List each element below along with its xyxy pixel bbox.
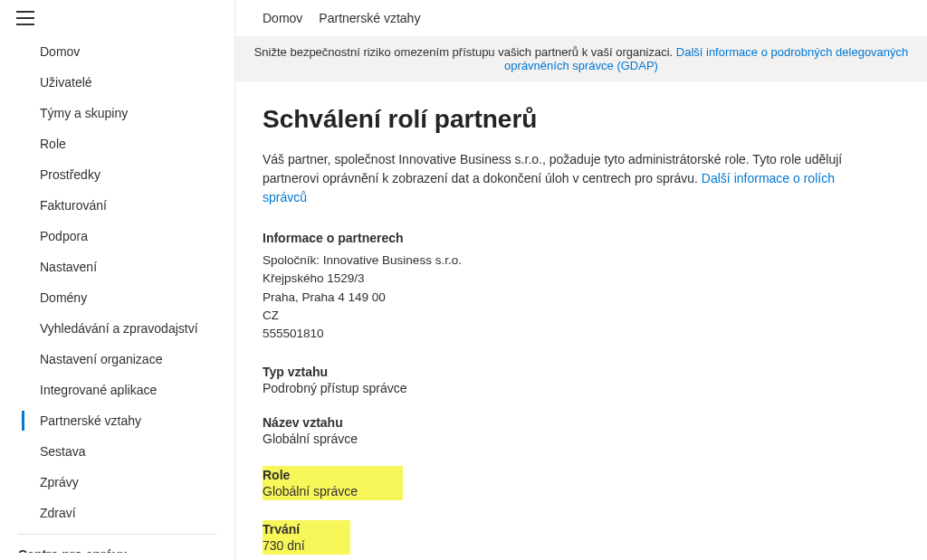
intro-paragraph: Váš partner, společnost Innovative Busin…	[263, 150, 878, 207]
breadcrumb-current[interactable]: Partnerské vztahy	[319, 11, 420, 25]
sidebar-item-podpora[interactable]: Podpora	[0, 221, 234, 252]
svg-rect-2	[16, 24, 34, 25]
relationship-name-block: Název vztahu Globální správce	[263, 415, 878, 446]
sidebar-item-domov[interactable]: Domov	[0, 36, 234, 67]
sidebar-item-label: Fakturování	[40, 198, 107, 213]
sidebar-item-prostredky[interactable]: Prostředky	[0, 159, 234, 190]
sidebar-item-label: Domény	[40, 290, 87, 305]
sidebar-item-label: Nastavení	[40, 260, 97, 274]
partner-street: Křejpského 1529/3	[263, 270, 878, 288]
sidebar-item-label: Podpora	[40, 229, 88, 243]
roles-value: Globální správce	[263, 484, 358, 498]
info-banner-text: Snižte bezpečnostní riziko omezením přís…	[254, 45, 673, 59]
partner-company-label: Spoločník:	[263, 253, 320, 267]
sidebar-item-zpravy[interactable]: Zprávy	[0, 467, 234, 498]
breadcrumb-home[interactable]: Domov	[263, 11, 302, 25]
sidebar-item-label: Role	[40, 137, 66, 151]
sidebar-item-role[interactable]: Role	[0, 128, 234, 159]
sidebar-item-nastaveni[interactable]: Nastavení	[0, 252, 234, 282]
svg-rect-1	[16, 17, 34, 19]
sidebar-item-partnerske-vztahy[interactable]: Partnerské vztahy	[0, 405, 234, 436]
sidebar-item-fakturovani[interactable]: Fakturování	[0, 190, 234, 221]
relationship-type-block: Typ vztahu Podrobný přístup správce	[263, 365, 878, 395]
svg-rect-0	[16, 11, 34, 13]
sidebar-item-zdravi[interactable]: Zdraví	[0, 498, 234, 528]
relationship-type-value: Podrobný přístup správce	[263, 381, 878, 395]
sidebar-item-tymy-a-skupiny[interactable]: Týmy a skupiny	[0, 98, 234, 128]
relationship-type-label: Typ vztahu	[263, 365, 878, 379]
partner-id: 555501810	[263, 325, 878, 343]
partner-city: Praha, Praha 4 149 00	[263, 289, 878, 307]
duration-block-highlight: Trvání 730 dní	[263, 520, 350, 555]
sidebar-item-label: Vyhledávání a zpravodajství	[40, 321, 198, 336]
info-banner: Snižte bezpečnostní riziko omezením přís…	[235, 36, 927, 81]
nav-section-header: Centra pro správu	[0, 538, 234, 553]
duration-value: 730 dní	[263, 538, 305, 553]
sidebar-item-label: Prostředky	[40, 167, 100, 182]
nav-toggle-button[interactable]	[11, 5, 40, 31]
main-content: Domov Partnerské vztahy Snižte bezpečnos…	[235, 0, 927, 560]
partner-info-block: Informace o partnerech Spoločník: Innova…	[263, 229, 878, 343]
nav-main: Domov Uživatelé Týmy a skupiny Role Pros…	[0, 36, 234, 553]
sidebar-item-label: Sestava	[40, 444, 86, 459]
partner-company-line: Spoločník: Innovative Business s.r.o.	[263, 252, 878, 270]
partner-info-heading: Informace o partnerech	[263, 229, 878, 248]
partner-country: CZ	[263, 307, 878, 325]
sidebar-item-integrovane-aplikace[interactable]: Integrované aplikace	[0, 375, 234, 405]
sidebar-item-label: Týmy a skupiny	[40, 106, 128, 120]
duration-label: Trvání	[263, 522, 305, 536]
sidebar-item-uzivatele[interactable]: Uživatelé	[0, 67, 234, 98]
relationship-name-label: Název vztahu	[263, 415, 878, 430]
nav-divider	[18, 534, 216, 535]
hamburger-icon	[16, 11, 34, 25]
sidebar-item-label: Zprávy	[40, 475, 79, 489]
roles-block-highlight: Role Globální správce	[263, 466, 403, 500]
partner-company-name: Innovative Business s.r.o.	[323, 253, 462, 267]
sidebar: Domov Uživatelé Týmy a skupiny Role Pros…	[0, 0, 235, 560]
page-title: Schválení rolí partnerů	[263, 105, 878, 134]
sidebar-item-label: Partnerské vztahy	[40, 413, 141, 428]
sidebar-item-nastaveni-organizace[interactable]: Nastavení organizace	[0, 344, 234, 375]
relationship-name-value: Globální správce	[263, 432, 878, 446]
sidebar-item-label: Uživatelé	[40, 75, 92, 90]
sidebar-item-label: Nastavení organizace	[40, 352, 162, 366]
sidebar-item-label: Zdraví	[40, 506, 76, 520]
sidebar-item-domeny[interactable]: Domény	[0, 282, 234, 313]
sidebar-item-label: Domov	[40, 44, 80, 59]
sidebar-item-vyhledavani[interactable]: Vyhledávání a zpravodajství	[0, 313, 234, 344]
roles-label: Role	[263, 468, 358, 482]
sidebar-item-sestava[interactable]: Sestava	[0, 436, 234, 467]
breadcrumb: Domov Partnerské vztahy	[235, 0, 927, 36]
sidebar-item-label: Integrované aplikace	[40, 383, 157, 397]
